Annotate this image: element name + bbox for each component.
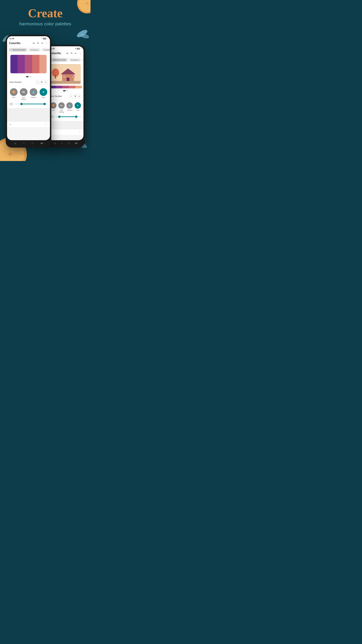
hue-shifting-label-left: HueShifting — [21, 96, 26, 100]
color-number-row-left: Color Number − 5 + — [7, 78, 50, 86]
phone-left: 11:58 ▼ ▌▌▌ ▪ Colorific 👁 ↻ ✏ ⋮ M — [6, 35, 51, 148]
dot-2 — [30, 76, 31, 77]
control-tone-right[interactable]: ☀ Tone — [75, 102, 81, 113]
stepper-minus-left[interactable]: − — [36, 80, 40, 84]
tab-monochromatic-left[interactable]: Monochromatic — [9, 48, 27, 52]
page-subtitle: harmonious color palettes — [3, 21, 87, 26]
chroma-circle-left: 💧 — [30, 88, 37, 96]
bottom-nav-right: ≡ ♡ — [48, 129, 83, 135]
stepper-value-right: 5 — [73, 95, 77, 98]
refresh-icon[interactable]: ↻ — [37, 42, 39, 45]
app-bar-icons-right: 👁 ↻ ✏ ⋮ — [66, 52, 81, 55]
control-tone-left[interactable]: ☀ Tone — [39, 88, 47, 100]
control-hue-shifting-right[interactable]: ⇆ HueShifting — [58, 102, 65, 113]
hue-circle-left: 🎨 — [10, 88, 17, 96]
app-name-left: Colorific — [9, 42, 32, 45]
slider-thumb-left-left[interactable] — [20, 103, 23, 105]
dot-1 — [26, 76, 29, 77]
tone-circle-left: ☀ — [39, 88, 47, 96]
palette-strip-left — [10, 55, 46, 73]
eye-icon-right[interactable]: 👁 — [66, 52, 68, 55]
signal-icon-right: ▌▌▌ — [77, 48, 80, 50]
menu-icon-left[interactable]: ≡ — [10, 123, 11, 126]
tab-analogous-left[interactable]: Analogous — [28, 48, 41, 52]
control-chroma-right[interactable]: 💧 Chroma — [66, 102, 73, 113]
phone-right-screen: 11:59 ▼ ▌▌▌ ▪ Colorific 👁 ↻ ✏ ⋮ M — [48, 46, 83, 140]
bottom-gray-right — [48, 121, 83, 129]
page-title: Create — [3, 7, 87, 20]
palette-bar-pink — [62, 86, 69, 88]
refresh-icon-right[interactable]: ↻ — [70, 52, 73, 55]
hue-shifting-label-right: HueShifting — [59, 109, 64, 113]
recent-btn-left[interactable]: □ — [32, 142, 33, 144]
control-hue-left[interactable]: 🎨 Hue — [10, 88, 17, 100]
eyedropper-icon-right[interactable]: ✏ — [75, 52, 77, 55]
app-bar-left: Colorific 👁 ↻ ✏ ⋮ — [7, 40, 50, 46]
color-number-label-right: Color Number — [50, 95, 69, 98]
eye-icon[interactable]: 👁 — [32, 42, 35, 45]
tab-complementary-right[interactable]: Complemen... — [82, 58, 83, 62]
phone-right: 11:59 ▼ ▌▌▌ ▪ Colorific 👁 ↻ ✏ ⋮ M — [46, 45, 85, 148]
more-icon-right[interactable]: ⋮ — [79, 52, 81, 55]
dot-right-1 — [63, 90, 66, 92]
tab-complementary-left[interactable]: Complemen... — [41, 48, 50, 52]
stepper-minus-right[interactable]: − — [69, 94, 73, 98]
slider-thumb-right-left[interactable] — [43, 103, 46, 105]
house-illustration — [50, 64, 81, 84]
app-bar-icons-left: 👁 ↻ ✏ ⋮ — [32, 42, 48, 45]
phone-nav-right: ◁ ○ □ ⌨ — [48, 140, 83, 146]
svg-rect-24 — [50, 81, 81, 84]
controls-row-right: 🎨 Hue ⇆ HueShifting 💧 Chroma ☀ Tone — [48, 100, 83, 114]
battery-icon-right: ▪ — [81, 48, 81, 50]
heart-icon-left[interactable]: ♡ — [45, 123, 47, 126]
tabs-right: Monochromatic Analogous Complemen... — [48, 56, 83, 62]
slider-mode-btn-left[interactable]: / ▾ — [9, 102, 13, 106]
more-icon[interactable]: ⋮ — [45, 42, 48, 45]
tab-monochromatic-right[interactable]: Monochromatic — [49, 58, 68, 62]
chevron-down-icon-right: ▾ — [52, 116, 53, 118]
color-number-row-right: Color Number − 5 + — [48, 92, 83, 100]
slider-thumb-left-right[interactable] — [58, 116, 60, 118]
keyboard-btn-right[interactable]: ⌨ — [75, 142, 77, 144]
chroma-label-right: Chroma — [67, 109, 72, 111]
hue-shifting-circle-left: ⇆ — [20, 88, 27, 96]
slider-track-left[interactable] — [15, 104, 48, 104]
app-name-right: Colorific — [50, 52, 66, 55]
slider-thumb-right-right[interactable] — [75, 116, 77, 118]
palette-color-3 — [25, 55, 32, 73]
svg-rect-14 — [55, 75, 56, 78]
eyedropper-icon[interactable]: ✏ — [41, 42, 43, 45]
status-time-left: 11:58 — [9, 38, 14, 40]
stepper-plus-right[interactable]: + — [77, 94, 81, 98]
palette-bar-magenta — [56, 86, 62, 88]
heart-icon-right[interactable]: ♡ — [79, 131, 81, 134]
home-btn-left[interactable]: ○ — [23, 142, 24, 144]
keyboard-btn-left[interactable]: ⌨ — [40, 142, 43, 144]
app-bar-right: Colorific 👁 ↻ ✏ ⋮ — [48, 50, 83, 56]
palette-color-5 — [39, 55, 46, 73]
back-btn-right[interactable]: ◁ — [54, 142, 56, 144]
back-btn-left[interactable]: ◁ — [14, 142, 16, 144]
tab-analogous-right[interactable]: Analogous — [68, 58, 81, 62]
control-chroma-left[interactable]: 💧 Chroma — [30, 88, 37, 100]
slider-row-left: / ▾ — [7, 101, 50, 108]
pagination-left — [9, 75, 48, 78]
recent-btn-right[interactable]: □ — [68, 142, 69, 144]
controls-row-left: 🎨 Hue ⇆ HueShifting 💧 Chroma ☀ Tone — [7, 86, 50, 101]
control-hue-shifting-left[interactable]: ⇆ HueShifting — [20, 88, 27, 100]
status-icons-left: ▼ ▌▌▌ ▪ — [41, 38, 48, 40]
wifi-icon-right: ▼ — [75, 48, 76, 50]
tone-label-right: Tone — [76, 109, 79, 111]
tabs-left: Monochromatic Analogous Complemen... — [7, 46, 50, 52]
stepper-plus-left[interactable]: + — [44, 80, 48, 84]
palette-bar-peach — [75, 86, 82, 88]
chevron-down-icon: ▾ — [11, 103, 12, 105]
chroma-circle-right: 💧 — [66, 102, 73, 109]
palette-color-2 — [17, 55, 25, 73]
slider-track-right[interactable] — [55, 116, 81, 117]
home-btn-right[interactable]: ○ — [61, 142, 62, 144]
bottom-nav-left: ≡ ♡ — [7, 122, 50, 127]
palette-bar-salmon — [69, 86, 76, 88]
slash-icon: / — [10, 103, 11, 105]
slider-row-right: / ▾ — [48, 114, 83, 121]
